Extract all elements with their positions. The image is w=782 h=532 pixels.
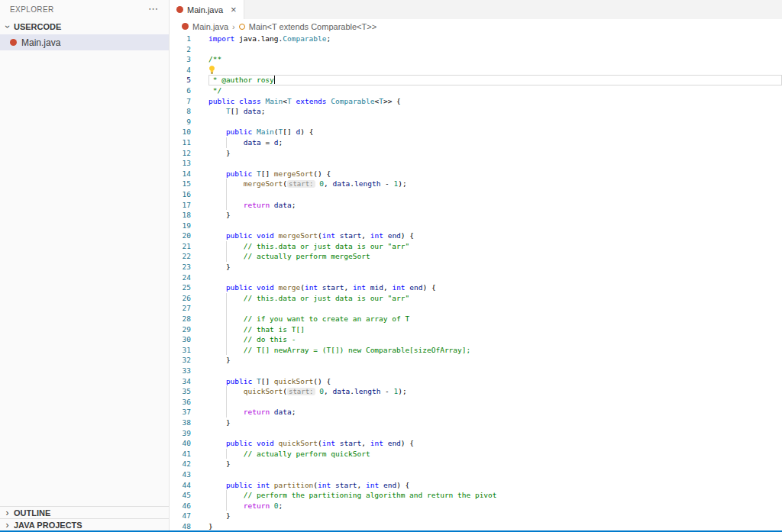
code-token: int bbox=[370, 231, 383, 240]
line-number: 43 bbox=[170, 469, 191, 480]
indent-guide bbox=[208, 314, 226, 324]
indent-guide bbox=[208, 282, 226, 293]
code-line-23[interactable]: 23 } bbox=[170, 262, 782, 272]
code-token: // that is T[] bbox=[244, 325, 305, 334]
indent-guide bbox=[208, 418, 226, 428]
line-content: quickSort(start: 0, data.length - 1); bbox=[208, 386, 782, 397]
code-line-33[interactable]: 33 bbox=[170, 366, 782, 376]
code-token: ); bbox=[398, 179, 406, 188]
breadcrumb-symbol[interactable]: Main<T extends Comparable<T>> bbox=[249, 22, 376, 31]
code-line-29[interactable]: 29 // that is T[] bbox=[170, 324, 782, 335]
indent-guide bbox=[208, 231, 226, 241]
indent-guide bbox=[208, 210, 226, 221]
code-line-43[interactable]: 43 bbox=[170, 469, 782, 480]
tab-label: Main.java bbox=[187, 5, 223, 15]
code-line-25[interactable]: 25 public void merge(int start, int mid,… bbox=[170, 282, 782, 293]
code-line-18[interactable]: 18 } bbox=[170, 210, 782, 221]
code-line-47[interactable]: 47 } bbox=[170, 511, 782, 521]
line-number: 11 bbox=[170, 137, 191, 148]
code-line-27[interactable]: 27 bbox=[170, 303, 782, 314]
breadcrumb-file[interactable]: Main.java bbox=[192, 22, 228, 31]
sidebar-section-outline[interactable]: › OUTLINE bbox=[0, 506, 169, 518]
code-token: >> { bbox=[383, 97, 401, 105]
code-line-9[interactable]: 9 bbox=[170, 117, 782, 127]
code-line-13[interactable]: 13 bbox=[170, 158, 782, 169]
code-line-10[interactable]: 10 public Main(T[] d) { bbox=[170, 127, 782, 137]
code-line-6[interactable]: 6 */ bbox=[170, 85, 782, 96]
line-content bbox=[208, 272, 782, 283]
code-line-16[interactable]: 16 bbox=[170, 189, 782, 200]
code-line-12[interactable]: 12 } bbox=[170, 148, 782, 159]
line-number: 22 bbox=[170, 251, 191, 262]
line-content: * @author rosy bbox=[208, 75, 782, 85]
code-line-32[interactable]: 32 } bbox=[170, 355, 782, 366]
line-content bbox=[208, 221, 782, 231]
code-line-34[interactable]: 34 public T[] quickSort() { bbox=[170, 376, 782, 387]
code-line-19[interactable]: 19 bbox=[170, 221, 782, 231]
code-line-14[interactable]: 14 public T[] mergeSort() { bbox=[170, 169, 782, 179]
code-line-2[interactable]: 2 bbox=[170, 44, 782, 55]
indent-guide bbox=[226, 189, 244, 200]
code-line-41[interactable]: 41 // actually perform quickSort bbox=[170, 449, 782, 459]
code-area[interactable]: 1import java.lang.Comparable;23/**45 * @… bbox=[170, 34, 782, 532]
java-file-icon bbox=[10, 39, 17, 46]
code-line-8[interactable]: 8 T[] data; bbox=[170, 106, 782, 117]
code-token: int bbox=[353, 283, 366, 292]
code-line-21[interactable]: 21 // this.data or just data is our "arr… bbox=[170, 241, 782, 252]
code-line-20[interactable]: 20 public void mergeSort(int start, int … bbox=[170, 231, 782, 241]
file-item-main-java[interactable]: Main.java bbox=[0, 34, 169, 50]
code-line-39[interactable]: 39 bbox=[170, 428, 782, 439]
code-line-30[interactable]: 30 // do this - bbox=[170, 334, 782, 345]
code-line-42[interactable]: 42 } bbox=[170, 459, 782, 469]
text-cursor bbox=[274, 76, 275, 84]
line-content: data = d; bbox=[208, 137, 782, 148]
code-line-24[interactable]: 24 bbox=[170, 272, 782, 283]
code-line-40[interactable]: 40 public void quickSort(int start, int … bbox=[170, 438, 782, 449]
tab-main-java[interactable]: Main.java × bbox=[170, 0, 244, 19]
code-line-15[interactable]: 15 mergeSort(start: 0, data.length - 1); bbox=[170, 179, 782, 189]
line-content: } bbox=[208, 262, 782, 272]
code-token: , bbox=[344, 283, 352, 292]
code-token: , bbox=[361, 439, 370, 447]
code-token: data bbox=[332, 179, 350, 188]
code-line-7[interactable]: 7public class Main<T extends Comparable<… bbox=[170, 96, 782, 107]
code-token: public bbox=[226, 283, 252, 292]
close-tab-icon[interactable]: × bbox=[231, 5, 237, 14]
code-token: } bbox=[208, 522, 213, 530]
line-number: 30 bbox=[170, 334, 191, 345]
indent-guide bbox=[208, 148, 226, 159]
lightbulb-icon[interactable] bbox=[208, 66, 215, 74]
code-token: ) { bbox=[401, 231, 414, 240]
sidebar-section-java-projects[interactable]: › JAVA PROJECTS bbox=[0, 518, 169, 530]
sidebar-section-usercode[interactable]: › USERCODE bbox=[0, 18, 169, 34]
more-actions-icon[interactable]: ⋯ bbox=[148, 5, 158, 13]
code-line-37[interactable]: 37 return data; bbox=[170, 407, 782, 418]
code-line-4[interactable]: 4 bbox=[170, 65, 782, 76]
code-line-17[interactable]: 17 return data; bbox=[170, 200, 782, 211]
code-token: } bbox=[226, 356, 231, 364]
code-token: Comparable bbox=[283, 34, 326, 43]
code-line-38[interactable]: 38 } bbox=[170, 418, 782, 428]
line-content: } bbox=[208, 148, 782, 159]
code-line-35[interactable]: 35 quickSort(start: 0, data.length - 1); bbox=[170, 386, 782, 397]
line-number: 34 bbox=[170, 376, 191, 387]
code-line-45[interactable]: 45 // perform the partitioning algorithm… bbox=[170, 490, 782, 501]
code-line-28[interactable]: 28 // if you want to create an array of … bbox=[170, 314, 782, 324]
line-number: 23 bbox=[170, 262, 191, 272]
code-line-11[interactable]: 11 data = d; bbox=[170, 137, 782, 148]
line-content bbox=[208, 469, 782, 480]
code-line-44[interactable]: 44 public int partition(int start, int e… bbox=[170, 480, 782, 491]
code-line-3[interactable]: 3/** bbox=[170, 54, 782, 65]
code-line-36[interactable]: 36 bbox=[170, 397, 782, 408]
chevron-right-icon: › bbox=[2, 508, 12, 518]
line-number: 36 bbox=[170, 397, 191, 408]
line-number: 21 bbox=[170, 241, 191, 252]
code-line-31[interactable]: 31 // T[] newArray = (T[]) new Comparabl… bbox=[170, 345, 782, 356]
code-line-1[interactable]: 1import java.lang.Comparable; bbox=[170, 34, 782, 44]
code-line-46[interactable]: 46 return 0; bbox=[170, 501, 782, 511]
code-line-22[interactable]: 22 // actually perform mergeSort bbox=[170, 251, 782, 262]
code-line-5[interactable]: 5 * @author rosy bbox=[170, 75, 782, 85]
line-content: } bbox=[208, 459, 782, 469]
code-line-26[interactable]: 26 // this.data or just data is our "arr… bbox=[170, 293, 782, 304]
line-number: 28 bbox=[170, 314, 191, 324]
